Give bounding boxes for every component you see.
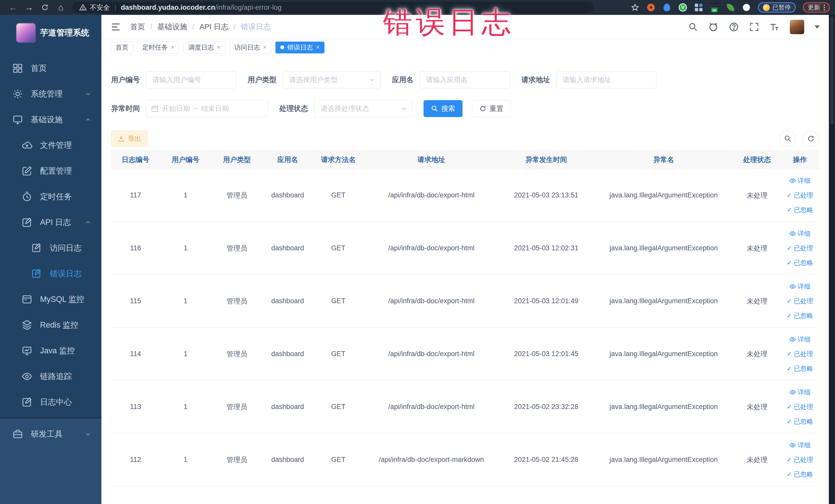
user-id-input[interactable] [146,72,237,88]
sidebar-item-access-log[interactable]: 访问日志 [0,235,101,261]
check-icon: ✓ [787,418,792,425]
mark-processed-link[interactable]: ✓已处理 [787,350,813,358]
mark-ignored-link[interactable]: ✓已忽略 [787,364,813,373]
toggle-search-icon-button[interactable] [779,130,796,147]
briefcase-icon [12,429,23,440]
request-url-input[interactable] [556,72,657,88]
font-size-icon[interactable] [769,22,779,32]
sidebar-item-system-management[interactable]: 系统管理 [0,81,101,107]
mark-ignored-link[interactable]: ✓已忽略 [787,259,813,267]
database-icon [22,294,32,305]
sidebar-item-infrastructure[interactable]: 基础设施 [0,107,101,133]
sidebar-item-java-monitor[interactable]: Java 监控 [0,338,101,364]
sidebar-item-config-management[interactable]: 配置管理 [0,158,101,184]
status-badge: 未处理 [734,297,780,306]
extension-shield-icon[interactable] [663,3,671,12]
browser-home-icon[interactable]: ⌂ [53,3,69,12]
exception-time-range-picker[interactable]: 开始日期 ~ 结束日期 [146,100,268,117]
url-host[interactable]: dashboard.yudao.iocoder.cn [121,4,216,12]
cloud-upload-icon [22,140,32,151]
sidebar-collapse-icon[interactable] [110,22,121,32]
mark-processed-link[interactable]: ✓已处理 [787,456,813,464]
export-button[interactable]: 导出 [111,131,148,147]
reset-button[interactable]: 重置 [472,100,511,117]
detail-link[interactable]: 详细 [789,176,811,185]
breadcrumb-item[interactable]: API 日志 [200,22,228,32]
sidebar-menu: 首页 系统管理 基础设施 文件管理 [0,48,101,415]
mark-ignored-link[interactable]: ✓已忽略 [787,417,813,426]
sidebar-item-scheduled-tasks[interactable]: 定时任务 [0,184,101,209]
user-avatar[interactable] [790,20,804,34]
browser-reload-icon[interactable] [37,4,53,11]
tab-error-log[interactable]: 错误日志 × [276,42,324,54]
sidebar-item-dev-tools[interactable]: 研发工具 [0,421,101,447]
check-icon: ✓ [787,244,792,252]
status-badge: 未处理 [734,191,780,200]
tab-schedule-log[interactable]: 调度日志 × [183,42,225,54]
mark-ignored-link[interactable]: ✓已忽略 [787,311,813,320]
extension-switch-on-icon[interactable]: on [710,3,719,12]
sidebar-item-redis-monitor[interactable]: Redis 监控 [0,312,101,338]
refresh-table-button[interactable] [803,130,819,147]
mark-processed-link[interactable]: ✓已处理 [787,244,813,253]
github-icon[interactable] [708,22,718,32]
search-button[interactable]: 搜索 [424,100,463,117]
address-bar[interactable]: 不安全 | dashboard.yudao.iocoder.cn /infra/… [73,2,593,13]
bookmark-star-icon[interactable] [631,3,639,12]
extension-leaf-icon[interactable] [726,3,735,12]
start-date-placeholder[interactable]: 开始日期 [162,104,190,113]
detail-link[interactable]: 详细 [789,441,811,449]
breadcrumb-item[interactable]: 基础设施 [157,22,187,32]
breadcrumb-item[interactable]: 首页 [130,22,145,32]
extension-green-v-icon[interactable]: V [678,3,687,12]
sidebar-item-api-log[interactable]: API 日志 [0,209,101,235]
app-name-input[interactable] [420,72,510,88]
detail-link[interactable]: 详细 [789,335,811,344]
browser-forward-icon[interactable]: → [21,3,37,12]
close-icon[interactable]: × [171,44,174,51]
paused-badge[interactable]: 已暂停 [758,2,796,13]
tab-access-log[interactable]: 访问日志 × [229,42,271,54]
browser-menu-icon[interactable] [824,5,825,11]
close-icon[interactable]: × [217,44,220,51]
sidebar-item-log-center[interactable]: 日志中心 [0,389,101,415]
mark-ignored-link[interactable]: ✓已忽略 [787,206,813,214]
close-icon[interactable]: × [263,44,266,51]
tab-home[interactable]: 首页 [110,42,133,54]
user-menu-caret-icon[interactable] [814,25,820,28]
mark-processed-link[interactable]: ✓已处理 [787,297,813,305]
header-actions [688,20,820,34]
refresh-icon [479,105,486,112]
search-icon[interactable] [688,22,698,32]
sidebar-item-home[interactable]: 首页 [0,56,101,81]
exception-time-label: 异常时间 [111,104,140,114]
user-type-select[interactable] [283,72,381,88]
url-path[interactable]: /infra/log/api-error-log [215,4,281,12]
detail-link[interactable]: 详细 [789,282,811,291]
update-button[interactable]: 更新 [803,2,830,13]
extension-grid-icon[interactable] [694,3,703,12]
close-icon[interactable]: × [316,44,319,51]
detail-link[interactable]: 详细 [789,388,811,397]
security-label[interactable]: 不安全 [90,3,110,12]
end-date-placeholder[interactable]: 结束日期 [201,104,229,113]
extension-orange-icon[interactable] [647,3,655,12]
browser-back-icon[interactable]: ← [5,3,21,12]
extensions-puzzle-icon[interactable] [742,3,751,12]
mark-processed-link[interactable]: ✓已处理 [787,191,813,200]
detail-link[interactable]: 详细 [789,229,811,238]
mark-processed-link[interactable]: ✓已处理 [787,403,813,411]
browser-scrollbar[interactable] [829,15,835,504]
sidebar-item-file-management[interactable]: 文件管理 [0,133,101,158]
tab-scheduled-tasks[interactable]: 定时任务 × [137,42,179,54]
sidebar-item-trace[interactable]: 链路追踪 [0,364,101,389]
sidebar-item-mysql-monitor[interactable]: MySQL 监控 [0,286,101,312]
fullscreen-icon[interactable] [749,22,759,32]
help-icon[interactable] [729,22,739,32]
process-status-select[interactable] [314,100,412,117]
scrollbar-thumb[interactable] [830,16,834,124]
logo-row[interactable]: 芋道管理系统 [0,15,101,48]
sidebar-item-error-log[interactable]: 错误日志 [0,261,101,286]
mark-ignored-link[interactable]: ✓已忽略 [787,470,813,479]
sidebar: 芋道管理系统 首页 系统管理 基础设施 [0,15,101,504]
